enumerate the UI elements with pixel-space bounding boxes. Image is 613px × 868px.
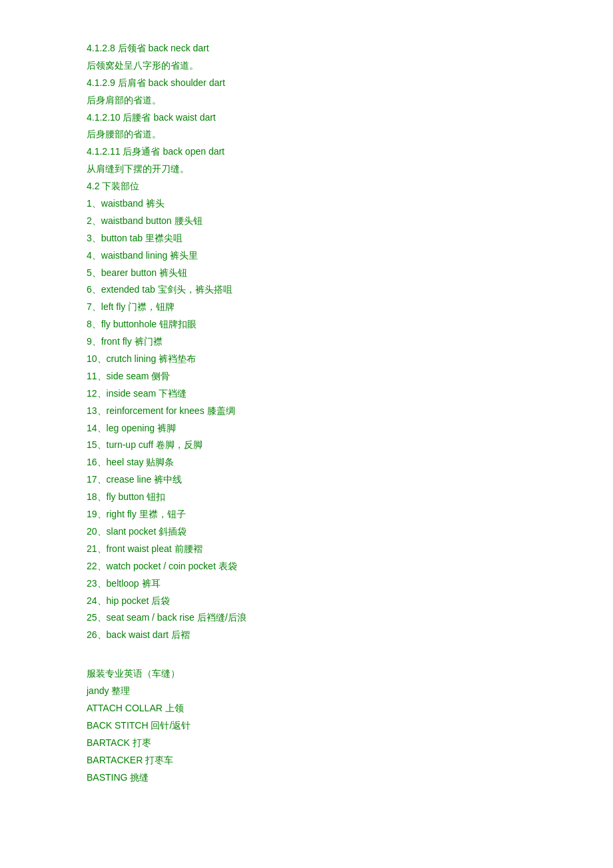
bottom-section: 服装专业英语（车缝） jandy 整理ATTACH COLLAR 上领BACK … [87,665,526,786]
content-line-line2: 后领窝处呈八字形的省道。 [87,57,526,75]
bottom-line-bs5: BARTACKER 打枣车 [87,752,526,769]
content-line-line23: 14、leg opening 裤脚 [87,420,526,437]
content-line-line24: 15、turn-up cuff 卷脚，反脚 [87,437,526,454]
content-line-line15: 6、extended tab 宝剑头，裤头搭咀 [87,281,526,299]
content-line-line18: 9、front fly 裤门襟 [87,333,526,351]
bottom-lines: jandy 整理ATTACH COLLAR 上领BACK STITCH 回针/返… [87,683,526,786]
bottom-line-bs6: BASTING 挑缝 [87,769,526,787]
content-line-line34: 25、seat seam / back rise 后裆缝/后浪 [87,609,526,627]
content-line-line16: 7、left fly 门襟，钮牌 [87,299,526,316]
content-line-line9: 4.2 下装部位 [87,178,526,195]
content-line-line31: 22、watch pocket / coin pocket 表袋 [87,558,526,575]
content-line-line7: 4.1.2.11 后身通省 back open dart [87,143,526,161]
content-line-line27: 18、fly button 钮扣 [87,489,526,506]
content-line-line19: 10、crutch lining 裤裆垫布 [87,351,526,368]
content-line-line30: 21、front waist pleat 前腰褶 [87,541,526,558]
content-line-line33: 24、hip pocket 后袋 [87,593,526,610]
bottom-line-bs1: jandy 整理 [87,683,526,700]
content-line-line13: 4、waistband lining 裤头里 [87,247,526,265]
bottom-line-bs4: BARTACK 打枣 [87,735,526,752]
content-line-line26: 17、crease line 裤中线 [87,471,526,489]
upper-section: 4.1.2.8 后领省 back neck dart后领窝处呈八字形的省道。4.… [87,40,526,644]
bottom-section-title: 服装专业英语（车缝） [87,665,526,683]
content-line-line14: 5、bearer button 裤头钮 [87,265,526,282]
content-line-line25: 16、heel stay 贴脚条 [87,454,526,471]
content-line-line3: 4.1.2.9 后肩省 back shoulder dart [87,75,526,92]
bottom-line-bs3: BACK STITCH 回针/返针 [87,717,526,735]
content-line-line5: 4.1.2.10 后腰省 back waist dart [87,109,526,127]
content-line-line10: 1、waistband 裤头 [87,195,526,213]
content-line-line11: 2、waistband button 腰头钮 [87,213,526,230]
content-line-line32: 23、beltloop 裤耳 [87,575,526,593]
content-line-line20: 11、side seam 侧骨 [87,368,526,385]
main-content: 4.1.2.8 后领省 back neck dart后领窝处呈八字形的省道。4.… [87,40,526,786]
content-line-line21: 12、inside seam 下裆缝 [87,385,526,403]
content-line-line4: 后身肩部的省道。 [87,92,526,109]
content-line-line29: 20、slant pocket 斜插袋 [87,523,526,541]
content-line-line22: 13、reinforcement for knees 膝盖绸 [87,403,526,420]
content-line-line28: 19、right fly 里襟，钮子 [87,506,526,523]
content-line-line8: 从肩缝到下摆的开刀缝。 [87,161,526,178]
content-line-line35: 26、back waist dart 后褶 [87,627,526,644]
content-line-line6: 后身腰部的省道。 [87,126,526,143]
bottom-line-bs2: ATTACH COLLAR 上领 [87,700,526,717]
content-line-line12: 3、button tab 里襟尖咀 [87,230,526,247]
content-line-line17: 8、fly buttonhole 钮牌扣眼 [87,316,526,333]
content-line-line1: 4.1.2.8 后领省 back neck dart [87,40,526,57]
